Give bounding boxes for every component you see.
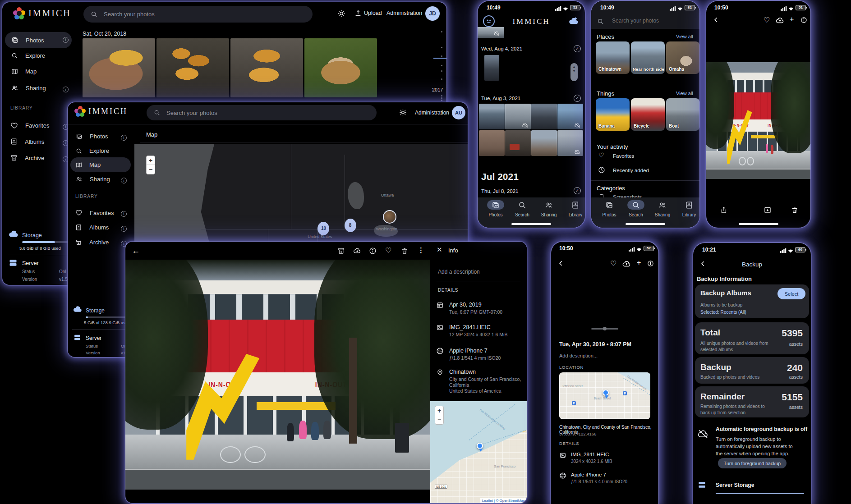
map-cluster-marker[interactable]: 8: [345, 219, 356, 232]
upload-button[interactable]: Upload: [364, 10, 382, 16]
add-plus-icon[interactable]: +: [637, 259, 641, 267]
search-input[interactable]: [166, 109, 359, 117]
nav-library[interactable]: Library: [676, 197, 699, 217]
back-chevron-icon[interactable]: [713, 16, 720, 25]
info-icon[interactable]: i: [121, 211, 127, 217]
nav-sharing[interactable]: Sharing: [536, 197, 562, 217]
more-options-kebab-icon[interactable]: ⋮: [418, 246, 424, 254]
user-avatar[interactable]: JD: [425, 6, 440, 21]
map-zoom-control[interactable]: + −: [435, 406, 444, 425]
sidebar-item-sharing[interactable]: Sharing: [76, 176, 110, 183]
photo-thumbnail[interactable]: [557, 130, 583, 156]
favorite-heart-icon[interactable]: ♡: [385, 246, 391, 255]
info-icon[interactable]: i: [121, 178, 127, 183]
activity-recently-added[interactable]: Recently added: [613, 168, 649, 173]
photo-thumbnail[interactable]: [156, 38, 229, 97]
add-description-field[interactable]: Add description...: [559, 353, 598, 358]
add-plus-icon[interactable]: +: [790, 15, 794, 23]
share-icon[interactable]: [720, 206, 728, 216]
upload-cloud-icon[interactable]: [622, 260, 631, 269]
sidebar-item-albums[interactable]: Albums: [10, 138, 44, 145]
sidebar-item-photos[interactable]: Photos: [76, 133, 108, 140]
photo-thumbnail[interactable]: [478, 27, 504, 38]
back-arrow-icon[interactable]: ←: [132, 246, 140, 256]
search-bar[interactable]: [147, 105, 377, 120]
zoom-in-button[interactable]: +: [435, 406, 443, 415]
nav-search[interactable]: Search: [509, 197, 535, 217]
photo-innout-large[interactable]: IN-N-OUTIN-N-OUT: [125, 260, 430, 490]
select-albums-button[interactable]: Select: [777, 288, 805, 299]
trash-icon[interactable]: [791, 206, 798, 216]
place-card[interactable]: Omaha: [666, 41, 699, 74]
upload-icon[interactable]: [354, 9, 362, 18]
photo-thumbnail[interactable]: [304, 38, 377, 97]
map-zoom-control[interactable]: + −: [146, 156, 155, 174]
sidebar-item-albums[interactable]: Albums: [75, 224, 109, 231]
info-icon[interactable]: i: [121, 226, 127, 232]
zoom-in-button[interactable]: +: [147, 156, 155, 165]
photo-thumbnail[interactable]: [531, 130, 557, 156]
place-card[interactable]: Near north side: [631, 41, 665, 74]
add-description-field[interactable]: Add a description: [438, 269, 480, 275]
photo-innout-small[interactable]: IN-N-OUTIN-N-OUT: [706, 62, 810, 179]
photo-thumbnail[interactable]: [479, 104, 505, 129]
download-cloud-icon[interactable]: [353, 247, 361, 257]
things-view-all-link[interactable]: View all: [676, 91, 693, 96]
places-view-all-link[interactable]: View all: [676, 34, 693, 39]
backup-cloud-icon[interactable]: [569, 16, 579, 27]
zoom-out-button[interactable]: −: [435, 415, 443, 424]
theme-toggle-sun-icon[interactable]: [337, 9, 345, 19]
upload-cloud-icon[interactable]: [776, 17, 784, 26]
favorite-heart-icon[interactable]: ♡: [610, 259, 616, 268]
theme-toggle-sun-icon[interactable]: [399, 109, 407, 118]
timeline-drag-scrubber[interactable]: ▲▼: [570, 63, 578, 81]
thing-card[interactable]: Boat: [666, 98, 699, 131]
trash-icon[interactable]: [401, 247, 408, 257]
photo-thumbnail[interactable]: [505, 130, 531, 156]
map-cluster-marker[interactable]: 10: [317, 222, 329, 235]
nav-photos[interactable]: Photos: [483, 197, 509, 217]
administration-link[interactable]: Administration: [386, 10, 422, 16]
location-map[interactable]: The Embarcadero Jefferson Street Beach S…: [559, 372, 650, 419]
thing-card[interactable]: Banana: [596, 98, 630, 131]
user-avatar[interactable]: AU: [452, 106, 465, 119]
sidebar-item-favorites[interactable]: Favorites: [75, 209, 114, 216]
location-map[interactable]: Pier 33 Alcatraz Landing San Francisco U…: [430, 401, 527, 503]
info-icon[interactable]: [647, 260, 654, 269]
select-check-icon[interactable]: ✓: [574, 95, 581, 102]
download-box-icon[interactable]: [764, 206, 772, 216]
thing-card[interactable]: Bicycle: [631, 98, 665, 131]
select-check-icon[interactable]: ✓: [574, 45, 581, 52]
sidebar-item-favorites[interactable]: Favorites: [10, 122, 49, 129]
sidebar-item-map[interactable]: Map: [11, 68, 37, 75]
activity-favorites[interactable]: Favorites: [613, 153, 634, 159]
timeline-scrubber-handle[interactable]: [433, 58, 446, 59]
photo-thumbnail[interactable]: [557, 104, 583, 129]
search-input[interactable]: [611, 17, 688, 24]
archive-action-icon[interactable]: [337, 247, 345, 257]
sidebar-item-map-active[interactable]: Map: [70, 157, 131, 172]
photo-thumbnail[interactable]: [531, 104, 557, 129]
sidebar-item-explore[interactable]: Explore: [76, 147, 109, 154]
info-icon[interactable]: i: [63, 87, 69, 92]
nav-sharing[interactable]: Sharing: [649, 197, 676, 217]
map-attribution[interactable]: Leaflet | © OpenStreetMap: [480, 498, 527, 503]
photo-thumbnail[interactable]: [479, 130, 505, 156]
info-icon[interactable]: i: [63, 37, 69, 43]
zoom-out-button[interactable]: −: [147, 165, 155, 174]
favorite-heart-icon[interactable]: ♡: [764, 16, 770, 24]
administration-link[interactable]: Administration: [415, 110, 449, 116]
search-input[interactable]: [103, 10, 296, 18]
map-photo-marker[interactable]: [383, 210, 396, 224]
close-icon[interactable]: ✕: [437, 246, 442, 254]
photo-thumbnail[interactable]: [484, 55, 499, 81]
photo-thumbnail[interactable]: [83, 38, 155, 97]
search-bar[interactable]: [83, 6, 313, 23]
sidebar-item-explore[interactable]: Explore: [11, 52, 45, 59]
photo-thumbnail[interactable]: [230, 38, 303, 97]
sidebar-item-archive[interactable]: Archive: [75, 239, 109, 246]
photo-thumbnail[interactable]: [505, 104, 531, 129]
info-icon[interactable]: [800, 17, 807, 25]
back-chevron-icon[interactable]: [557, 260, 565, 269]
info-icon[interactable]: i: [121, 135, 127, 141]
